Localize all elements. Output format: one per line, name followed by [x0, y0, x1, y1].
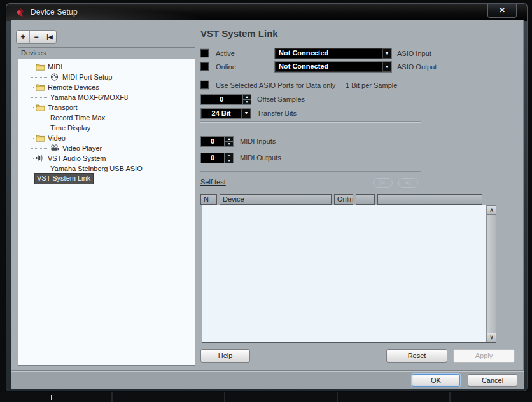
tree-item-yamaha-moxf6-moxf8[interactable]: Yamaha MOXF6/MOXF8: [18, 92, 195, 102]
minus-icon: −: [34, 32, 38, 41]
help-button[interactable]: Help: [200, 349, 250, 363]
device-setup-window: Device Setup ✕ + − |◀ Devices MIDIMIDI P…: [5, 3, 528, 392]
tree-item-label: Yamaha Steinberg USB ASIO: [50, 164, 143, 174]
active-checkbox[interactable]: [200, 49, 209, 57]
tree-item-midi-port-setup[interactable]: MIDI Port Setup: [18, 72, 195, 82]
tree-connector: [31, 97, 48, 98]
tree-connector: [31, 77, 48, 78]
spin-down-icon[interactable]: ▼: [242, 100, 251, 105]
data-only-label: Use Selected ASIO Ports for Data only: [216, 81, 335, 89]
spin-up-icon[interactable]: ▲: [242, 94, 251, 100]
desktop-strip: [0, 392, 532, 402]
tree-connector: [31, 87, 34, 88]
tree-item-record-time-max[interactable]: Record Time Max: [18, 113, 195, 123]
tree-item-label: Video Player: [62, 144, 102, 153]
self-test-start-button[interactable]: |»: [373, 178, 393, 188]
tree-item-video[interactable]: Video: [18, 133, 195, 143]
desktop-tick: [51, 395, 52, 400]
close-button[interactable]: ✕: [487, 4, 517, 18]
chevron-down-icon[interactable]: ▼: [382, 62, 391, 72]
cancel-button[interactable]: Cancel: [468, 374, 517, 387]
devices-panel: Devices MIDIMIDI Port SetupRemote Device…: [18, 47, 195, 366]
tree-item-label: VST Audio System: [48, 154, 106, 163]
folder-icon: [36, 83, 45, 91]
apply-button[interactable]: Apply: [453, 349, 515, 363]
tree-connector: [31, 158, 34, 159]
tree-item-remote-devices[interactable]: Remote Devices: [18, 82, 195, 92]
add-device-button[interactable]: +: [17, 31, 30, 43]
midi-outputs-label: MIDI Outputs: [240, 154, 281, 162]
dialog-footer: OK Cancel: [11, 371, 524, 389]
asio-input-value: Not Connected: [275, 48, 382, 59]
ok-button[interactable]: OK: [412, 374, 460, 387]
folder-icon: [36, 104, 45, 111]
tree-item-label: VST System Link: [35, 174, 93, 184]
asio-output-label: ASIO Output: [397, 63, 437, 71]
device-tree: MIDIMIDI Port SetupRemote DevicesYamaha …: [18, 59, 195, 184]
self-test-end-button[interactable]: »|: [398, 178, 418, 188]
spin-up-icon[interactable]: ▲: [225, 153, 234, 158]
tree-item-midi[interactable]: MIDI: [18, 62, 195, 72]
tree-item-label: Record Time Max: [50, 113, 105, 123]
tree-item-transport[interactable]: Transport: [18, 102, 195, 113]
tree-item-time-display[interactable]: Time Display: [18, 123, 195, 133]
plus-icon: +: [20, 32, 25, 41]
transfer-bits-label: Transfer Bits: [257, 109, 297, 117]
tree-connector: [31, 107, 34, 108]
tree-item-label: Video: [48, 134, 66, 143]
tree-item-video-player[interactable]: Video Player: [18, 143, 195, 153]
offset-samples-field[interactable]: 0: [200, 94, 242, 105]
vertical-scrollbar[interactable]: ∧ ∨: [486, 205, 496, 342]
devices-panel-header: Devices: [18, 48, 195, 59]
camera-icon: [50, 144, 60, 152]
tree-connector: [31, 169, 48, 169]
transfer-bits-dropdown[interactable]: 24 Bit ▼: [200, 108, 251, 119]
folder-icon: [36, 134, 45, 142]
chevron-down-icon[interactable]: ▼: [241, 109, 251, 118]
remove-device-button[interactable]: −: [30, 31, 43, 43]
tree-item-label: MIDI Port Setup: [62, 73, 112, 82]
reset-devices-button[interactable]: |◀: [43, 31, 56, 43]
spin-down-icon[interactable]: ▼: [225, 158, 234, 163]
scroll-up-icon[interactable]: ∧: [487, 205, 496, 215]
reset-button[interactable]: Reset: [386, 349, 447, 363]
tree-connector: [31, 67, 34, 67]
online-checkbox[interactable]: [200, 62, 209, 71]
titlebar[interactable]: Device Setup ✕: [6, 4, 527, 21]
midi-inputs-label: MIDI Inputs: [240, 137, 276, 145]
asio-output-value: Not Connected: [275, 62, 382, 72]
transfer-bits-value: 24 Bit: [201, 109, 241, 118]
separator: [200, 171, 421, 172]
column-header-device[interactable]: Device: [220, 194, 332, 205]
devices-toolbar: + − |◀: [16, 30, 57, 44]
spin-up-icon[interactable]: ▲: [225, 136, 234, 142]
table-header-row: NDeviceOnlin: [200, 194, 485, 205]
scroll-down-icon[interactable]: ∨: [487, 333, 496, 342]
close-icon: ✕: [499, 6, 505, 15]
tree-connector: [31, 179, 33, 179]
chevron-down-icon[interactable]: ▼: [382, 48, 391, 59]
data-only-checkbox[interactable]: [200, 81, 209, 89]
tree-connector: [31, 128, 48, 128]
self-test-link[interactable]: Self test: [200, 178, 226, 186]
play-to-end-icon: »|: [405, 179, 412, 186]
column-header-n[interactable]: N: [200, 194, 217, 205]
column-header-onlin[interactable]: Onlin: [334, 194, 353, 205]
table-body[interactable]: ∧ ∨: [202, 205, 496, 343]
column-header-blank-3[interactable]: [356, 194, 375, 205]
play-from-start-icon: |»: [380, 179, 386, 186]
midi-inputs-field[interactable]: 0: [200, 136, 225, 147]
tree-item-label: Yamaha MOXF6/MOXF8: [50, 93, 128, 102]
tree-item-vst-audio-system[interactable]: VST Audio System: [18, 153, 195, 163]
separator: [200, 121, 421, 123]
midi-outputs-field[interactable]: 0: [200, 153, 225, 163]
asio-input-dropdown[interactable]: Not Connected ▼: [274, 48, 392, 59]
asio-output-dropdown[interactable]: Not Connected ▼: [274, 61, 392, 73]
online-label: Online: [216, 63, 236, 71]
spin-down-icon[interactable]: ▼: [225, 142, 234, 147]
column-header-blank-4[interactable]: [377, 194, 482, 205]
tree-connector: [31, 148, 48, 149]
midi-outputs-spinner: 0 ▲ ▼: [200, 153, 234, 163]
tree-item-vst-system-link[interactable]: VST System Link: [18, 174, 195, 184]
tree-item-yamaha-steinberg-usb-asio[interactable]: Yamaha Steinberg USB ASIO: [18, 163, 195, 174]
